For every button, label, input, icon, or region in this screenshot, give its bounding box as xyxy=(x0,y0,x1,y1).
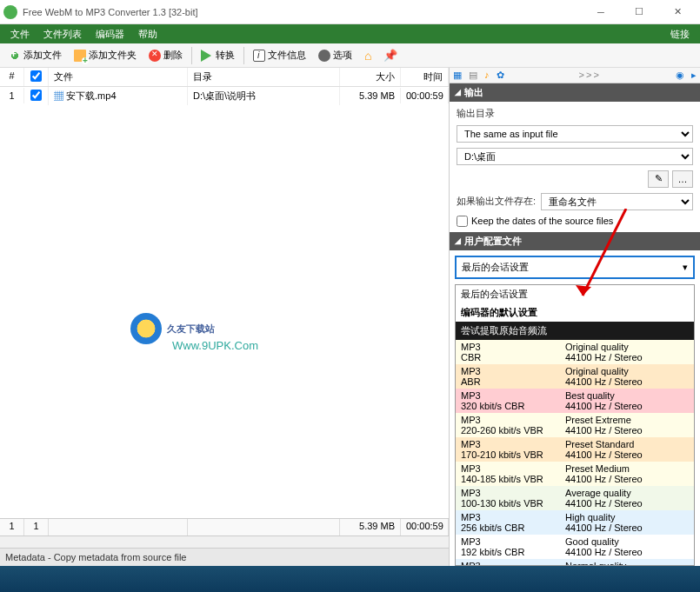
col-num[interactable]: # xyxy=(0,68,24,86)
close-button[interactable]: ✕ xyxy=(658,0,697,24)
preset-item[interactable]: MP3170-210 kbit/s VBRPreset Standard4410… xyxy=(456,437,694,462)
watermark: 久友下载站 Www.9UPK.Com xyxy=(130,313,215,344)
tab-list-icon[interactable]: ▤ xyxy=(469,70,477,81)
profile-select-value: 最后的会话设置 xyxy=(462,261,529,274)
delete-label: 删除 xyxy=(163,49,183,62)
foot-size: 5.39 MB xyxy=(340,519,401,535)
preset-item[interactable]: MP3ABROriginal quality44100 Hz / Stereo xyxy=(456,364,694,389)
exists-label: 如果输出文件存在: xyxy=(457,195,536,208)
toolbar: 添加文件 添加文件夹 删除 转换 文件信息 选项 ⌂ 📌 xyxy=(0,43,700,68)
preset-item[interactable]: MP3100-130 kbit/s VBRAverage quality4410… xyxy=(456,486,694,510)
options-label: 选项 xyxy=(333,49,352,62)
dd-last-session[interactable]: 最后的会话设置 xyxy=(456,285,694,303)
tab-music-icon[interactable]: ♪ xyxy=(484,70,490,80)
ellipsis-icon: … xyxy=(678,174,688,184)
col-file[interactable]: 文件 xyxy=(49,68,188,86)
home-button[interactable]: ⌂ xyxy=(359,47,377,64)
tab-settings-icon[interactable]: ✿ xyxy=(497,70,504,81)
col-time[interactable]: 时间 xyxy=(401,68,449,86)
maximize-button[interactable]: ☐ xyxy=(620,0,658,24)
row-size: 5.39 MB xyxy=(340,88,401,103)
settings-pane: ▦ ▤ ♪ ✿ >>> ◉ ▸ 输出 输出目录 The same as inpu… xyxy=(450,68,700,566)
row-file: ▦ 安下载.mp4 xyxy=(49,87,188,105)
foot-count1: 1 xyxy=(0,519,24,535)
grid-footer: 1 1 5.39 MB 00:00:59 xyxy=(0,518,449,535)
tabstrip: ▦ ▤ ♪ ✿ >>> ◉ ▸ xyxy=(450,68,700,83)
file-info-label: 文件信息 xyxy=(268,49,306,62)
app-icon xyxy=(3,5,17,19)
options-button[interactable]: 选项 xyxy=(313,47,357,63)
check-all[interactable] xyxy=(30,70,42,82)
menu-links[interactable]: 链接 xyxy=(663,24,697,43)
gear-icon xyxy=(318,50,330,62)
pin-button[interactable]: 📌 xyxy=(378,47,403,63)
home-icon: ⌂ xyxy=(364,49,371,63)
desktop-background xyxy=(0,566,700,592)
profile-dropdown: 最后的会话设置 编码器的默认设置 尝试提取原始音频流 MP3CBROrigina… xyxy=(455,284,695,566)
dd-extract-original[interactable]: 尝试提取原始音频流 xyxy=(456,322,694,340)
delete-button[interactable]: 删除 xyxy=(143,47,188,63)
exists-select[interactable]: 重命名文件 xyxy=(541,193,693,210)
status-bar: Metadata - Copy metadata from source fil… xyxy=(0,548,449,566)
menu-help[interactable]: 帮助 xyxy=(131,24,164,43)
table-row[interactable]: 1 ▦ 安下载.mp4 D:\桌面\说明书 5.39 MB 00:00:59 xyxy=(0,87,449,104)
col-size[interactable]: 大小 xyxy=(340,68,401,86)
preset-item[interactable]: MP3128 kbit/s CBRNormal quality44100 Hz … xyxy=(456,559,694,566)
browse-button[interactable]: … xyxy=(672,170,693,188)
col-check[interactable] xyxy=(24,68,49,86)
menubar: 文件 文件列表 编码器 帮助 链接 xyxy=(0,24,700,43)
preset-item[interactable]: MP3256 kbit/s CBRHigh quality44100 Hz / … xyxy=(456,510,694,535)
convert-button[interactable]: 转换 xyxy=(196,47,240,63)
file-list-pane: # 文件 目录 大小 时间 1 ▦ 安下载.mp4 D:\桌面\说明书 5.39… xyxy=(0,68,450,566)
row-dir: D:\桌面\说明书 xyxy=(188,87,340,105)
tab-expand-icon[interactable]: ◉ xyxy=(676,70,684,81)
preset-item[interactable]: MP3CBROriginal quality44100 Hz / Stereo xyxy=(456,340,694,364)
output-path-select[interactable]: D:\桌面 xyxy=(457,148,693,165)
output-mode-select[interactable]: The same as input file xyxy=(457,125,693,143)
file-info-button[interactable]: 文件信息 xyxy=(248,47,311,63)
delete-icon xyxy=(149,50,161,62)
output-dir-label: 输出目录 xyxy=(457,107,693,120)
menu-encoder[interactable]: 编码器 xyxy=(89,24,131,43)
chevron-down-icon: ▾ xyxy=(683,262,688,273)
h-scrollbar[interactable] xyxy=(0,535,449,548)
tab-more[interactable]: >>> xyxy=(511,70,670,80)
add-folder-button[interactable]: 添加文件夹 xyxy=(69,47,142,63)
menu-filelist[interactable]: 文件列表 xyxy=(37,24,89,43)
dd-encoder-defaults-header: 编码器的默认设置 xyxy=(456,303,694,322)
row-check[interactable] xyxy=(30,90,42,101)
keep-dates-label: Keep the dates of the source files xyxy=(471,216,613,226)
tab-collapse-icon[interactable]: ▸ xyxy=(691,70,697,81)
menu-file[interactable]: 文件 xyxy=(3,24,37,43)
col-dir[interactable]: 目录 xyxy=(188,68,340,86)
profile-select[interactable]: 最后的会话设置 ▾ xyxy=(455,256,695,279)
play-icon xyxy=(201,50,213,62)
preset-item[interactable]: MP3220-260 kbit/s VBRPreset Extreme44100… xyxy=(456,413,694,437)
grid-header: # 文件 目录 大小 时间 xyxy=(0,68,449,87)
preset-item[interactable]: MP3192 kbit/s CBRGood quality44100 Hz / … xyxy=(456,535,694,559)
titlebar: Free WebM to MP3 Converter 1.3 [32-bit] … xyxy=(0,0,700,24)
keep-dates-checkbox[interactable]: Keep the dates of the source files xyxy=(457,216,693,227)
window-title: Free WebM to MP3 Converter 1.3 [32-bit] xyxy=(23,7,582,17)
edit-icon: ✎ xyxy=(655,173,663,184)
minimize-button[interactable]: ─ xyxy=(582,0,620,24)
foot-time: 00:00:59 xyxy=(401,519,449,535)
output-section-header[interactable]: 输出 xyxy=(450,83,700,102)
grid-body[interactable]: 1 ▦ 安下载.mp4 D:\桌面\说明书 5.39 MB 00:00:59 久… xyxy=(0,87,449,518)
preset-item[interactable]: MP3320 kbit/s CBRBest quality44100 Hz / … xyxy=(456,389,694,413)
foot-count2: 1 xyxy=(24,519,49,535)
watermark-logo-icon xyxy=(130,313,162,344)
add-file-label: 添加文件 xyxy=(23,49,62,62)
tab-output-icon[interactable]: ▦ xyxy=(453,70,462,81)
plus-icon xyxy=(9,50,21,62)
add-file-button[interactable]: 添加文件 xyxy=(3,47,67,63)
row-num: 1 xyxy=(0,88,24,103)
convert-label: 转换 xyxy=(216,49,235,62)
preset-item[interactable]: MP3140-185 kbit/s VBRPreset Medium44100 … xyxy=(456,462,694,486)
edit-path-button[interactable]: ✎ xyxy=(648,170,669,188)
add-folder-label: 添加文件夹 xyxy=(89,49,137,62)
folder-plus-icon xyxy=(74,50,86,62)
row-time: 00:00:59 xyxy=(401,88,449,103)
profile-section-header[interactable]: 用户配置文件 xyxy=(450,232,700,250)
pin-icon: 📌 xyxy=(383,49,397,62)
